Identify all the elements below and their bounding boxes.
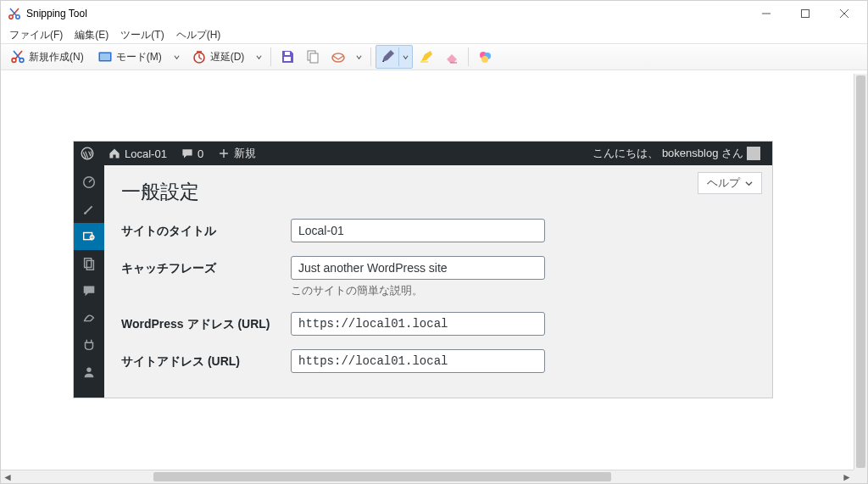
wp-admin-bar: Local-01 0 新規 こんにちは、 bokensblog さん — [74, 142, 772, 165]
pen-button[interactable] — [376, 46, 398, 68]
svg-point-16 — [481, 56, 488, 63]
mail-icon — [331, 49, 346, 64]
svg-rect-2 — [802, 10, 810, 18]
menu-help[interactable]: ヘルプ(H) — [171, 27, 226, 43]
menu-dashboard[interactable] — [74, 169, 104, 196]
plus-icon — [217, 147, 231, 160]
svg-rect-11 — [310, 53, 318, 63]
input-wp-url[interactable] — [291, 312, 545, 336]
wp-logo-button[interactable] — [74, 142, 101, 165]
wp-account-link[interactable]: こんにちは、 bokensblog さん — [586, 142, 767, 165]
svg-point-3 — [12, 58, 16, 63]
label-site-url: サイトアドレス (URL) — [121, 349, 291, 370]
field-site-title: サイトのタイトル — [121, 219, 755, 242]
captured-screenshot: Local-01 0 新規 こんにちは、 bokensblog さん — [74, 142, 772, 398]
wp-help-label: ヘルプ — [707, 175, 740, 191]
svg-rect-22 — [85, 259, 92, 268]
scrollbar-corner — [854, 470, 867, 483]
chevron-down-icon — [403, 54, 409, 60]
mode-dropdown[interactable] — [170, 46, 184, 68]
desc-tagline: このサイトの簡単な説明。 — [291, 283, 545, 298]
toolbar-separator — [468, 47, 469, 66]
svg-rect-13 — [420, 61, 428, 63]
scrollbar-thumb[interactable] — [856, 75, 865, 468]
input-site-title[interactable] — [291, 219, 545, 242]
copy-button[interactable] — [301, 46, 325, 68]
menu-tools[interactable]: ツール(T) — [115, 27, 169, 43]
scroll-left-arrow[interactable]: ◄ — [1, 470, 14, 483]
wp-comments-link[interactable]: 0 — [174, 142, 210, 165]
wp-site-link[interactable]: Local-01 — [101, 142, 174, 165]
menu-media[interactable] — [74, 223, 104, 250]
svg-rect-6 — [100, 53, 110, 60]
pen-icon — [380, 49, 395, 64]
send-button[interactable] — [326, 46, 350, 68]
wp-settings-page: ヘルプ 一般設定 サイトのタイトル キャッチフレーズ このサイトの簡単な説明。 … — [104, 165, 772, 398]
paint3d-button[interactable] — [473, 46, 497, 68]
clock-icon — [192, 49, 207, 64]
horizontal-scrollbar[interactable]: ◄ ► — [1, 470, 854, 483]
wp-comments-count: 0 — [198, 147, 203, 160]
pen-dropdown[interactable] — [399, 46, 412, 68]
copy-icon — [305, 49, 320, 64]
input-tagline[interactable] — [291, 256, 545, 280]
menu-users[interactable] — [74, 359, 104, 386]
minimize-button[interactable] — [747, 1, 786, 26]
menu-pages[interactable] — [74, 250, 104, 277]
svg-point-24 — [86, 368, 91, 372]
wordpress-icon — [81, 147, 94, 160]
paint3d-icon — [477, 49, 492, 64]
label-wp-url: WordPress アドレス (URL) — [121, 312, 291, 332]
eraser-button[interactable] — [440, 46, 464, 68]
chevron-down-icon — [256, 54, 262, 60]
chevron-down-icon — [174, 54, 180, 60]
send-dropdown[interactable] — [352, 46, 366, 68]
mode-icon — [97, 49, 113, 64]
label-tagline: キャッチフレーズ — [121, 256, 291, 276]
maximize-button[interactable] — [786, 1, 825, 26]
mode-button[interactable]: モード(M) — [92, 46, 168, 68]
wp-help-tab[interactable]: ヘルプ — [698, 172, 762, 194]
delay-dropdown[interactable] — [252, 46, 266, 68]
capture-canvas: Local-01 0 新規 こんにちは、 bokensblog さん — [8, 74, 860, 466]
mode-label: モード(M) — [116, 50, 162, 64]
highlighter-button[interactable] — [415, 46, 438, 68]
menu-appearance[interactable] — [74, 304, 104, 331]
label-site-title: サイトのタイトル — [121, 219, 291, 239]
svg-point-1 — [16, 15, 19, 19]
toolbar-separator — [270, 47, 271, 66]
scrollbar-thumb[interactable] — [153, 472, 611, 481]
chevron-down-icon — [745, 180, 753, 187]
menu-file[interactable]: ファイル(F) — [4, 27, 68, 43]
window-title: Snipping Tool — [26, 8, 87, 19]
vertical-scrollbar[interactable] — [854, 74, 867, 470]
menubar: ファイル(F) 編集(E) ツール(T) ヘルプ(H) — [1, 26, 867, 43]
svg-rect-23 — [86, 260, 93, 270]
wp-new-link[interactable]: 新規 — [210, 142, 263, 165]
wp-admin-menu — [74, 165, 104, 398]
home-icon — [108, 147, 121, 160]
close-button[interactable] — [825, 1, 864, 26]
wp-greeting-user: bokensblog さん — [662, 146, 743, 161]
menu-edit[interactable]: 編集(E) — [70, 27, 114, 43]
highlighter-icon — [419, 49, 434, 64]
toolbar: 新規作成(N) モード(M) 遅延(D) — [1, 43, 867, 70]
field-site-url: サイトアドレス (URL) — [121, 349, 755, 373]
field-wp-url: WordPress アドレス (URL) — [121, 312, 755, 336]
input-site-url[interactable] — [291, 349, 545, 373]
new-snip-button[interactable]: 新規作成(N) — [4, 46, 90, 68]
eraser-icon — [444, 49, 459, 64]
scissors-icon — [8, 7, 21, 20]
menu-plugins[interactable] — [74, 331, 104, 359]
toolbar-separator — [370, 47, 371, 66]
scroll-right-arrow[interactable]: ► — [840, 470, 854, 483]
save-icon — [280, 49, 295, 64]
delay-button[interactable]: 遅延(D) — [186, 46, 251, 68]
avatar — [747, 147, 760, 160]
page-title: 一般設定 — [121, 179, 755, 205]
menu-posts[interactable] — [74, 196, 104, 223]
delay-label: 遅延(D) — [210, 50, 245, 64]
menu-comments[interactable] — [74, 277, 104, 304]
wp-new-label: 新規 — [234, 146, 256, 161]
save-button[interactable] — [275, 46, 299, 68]
